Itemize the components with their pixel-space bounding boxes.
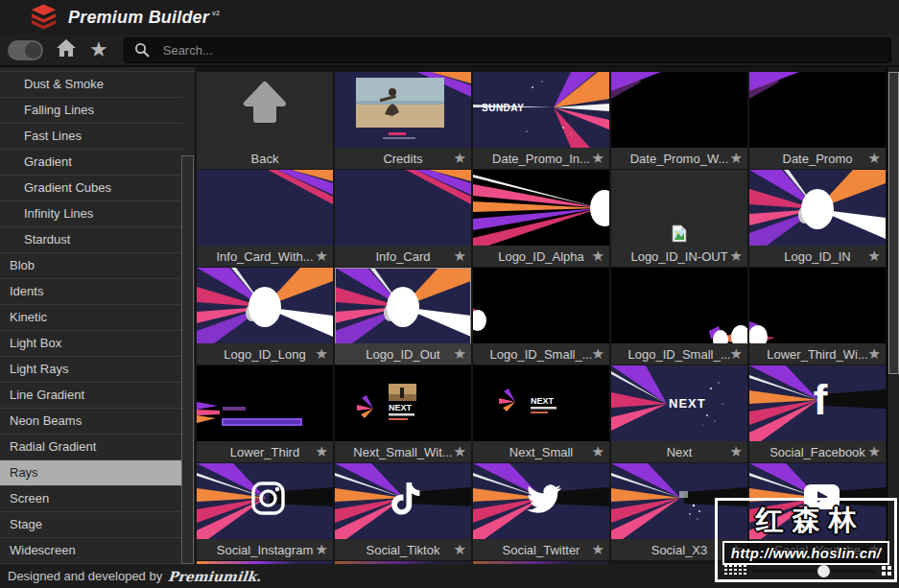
- sidebar-item-gradient[interactable]: Gradient: [0, 150, 182, 176]
- favorite-star-icon[interactable]: ★: [592, 148, 604, 169]
- template-thumbnail: NEXT: [611, 365, 747, 441]
- favorite-star-icon[interactable]: ★: [868, 441, 881, 462]
- toolbar: ★: [0, 35, 899, 67]
- favorite-star-icon[interactable]: ★: [730, 148, 743, 169]
- tile-label-bar: Info_Card: [335, 246, 471, 267]
- template-tile-date-promo-w[interactable]: Date_Promo_W...★: [611, 72, 747, 169]
- template-tile-logo-id-in[interactable]: Logo_ID_IN★: [749, 170, 886, 267]
- template-tile-logo-id-out[interactable]: Logo_ID_Out★: [335, 268, 471, 365]
- sidebar-item-rays[interactable]: Rays: [0, 460, 182, 486]
- magnifier-icon: [134, 42, 150, 58]
- template-tile-logo-id-alpha[interactable]: Logo_ID_Alpha★: [473, 170, 609, 267]
- toggle-knob: [25, 42, 41, 59]
- template-tile-logo-id-small[interactable]: Logo_ID_Small_...★: [473, 268, 609, 365]
- tile-label-bar: Social_Instagram: [197, 539, 333, 560]
- favorite-star-icon[interactable]: ★: [730, 343, 743, 365]
- template-tile-social-facebook[interactable]: fSocial_Facebook★: [749, 365, 886, 462]
- template-tile-logo-id-in-out[interactable]: Logo_ID_IN-OUT★: [611, 170, 747, 267]
- sidebar-item-dust-smoke[interactable]: Dust & Smoke: [0, 72, 182, 98]
- template-tile-date-promo-in[interactable]: SUNDAY Date_Promo_In...★: [473, 72, 609, 169]
- tile-label-bar: Info_Card_With...: [197, 246, 333, 267]
- search-input[interactable]: [161, 42, 890, 59]
- template-tile-social-instagram[interactable]: Social_Instagram★: [197, 463, 333, 560]
- tile-label: Social_Facebook: [769, 445, 865, 459]
- template-tile-next-small-wit[interactable]: NEXT Next_Small_Wit...★: [335, 365, 471, 462]
- favorite-star-icon[interactable]: ★: [316, 343, 328, 365]
- sidebar-item-blob[interactable]: Blob: [0, 253, 182, 279]
- sidebar-item-gradient-cubes[interactable]: Gradient Cubes: [0, 176, 182, 201]
- watermark-url-box: http://www.hoslin.cn/: [722, 541, 889, 565]
- template-thumbnail: [197, 170, 333, 246]
- main-scrollbar-thumb[interactable]: [888, 72, 899, 374]
- favorite-star-icon[interactable]: ★: [592, 246, 604, 267]
- template-tile-credits[interactable]: Credits★: [335, 72, 471, 169]
- template-tile-date-promo[interactable]: Date_Promo★: [749, 72, 886, 169]
- premium-builder-logo-icon: [30, 4, 58, 31]
- tile-label-bar: Next_Small: [473, 441, 609, 462]
- favorite-star-icon[interactable]: ★: [316, 539, 328, 560]
- sidebar-item-radial-gradient[interactable]: Radial Gradient: [0, 435, 182, 460]
- sidebar-item-widescreen[interactable]: Widescreen: [0, 538, 182, 564]
- template-thumbnail: [197, 463, 333, 539]
- favorite-star-icon[interactable]: ★: [592, 441, 604, 462]
- tile-label: Social_X3: [651, 543, 708, 557]
- template-tile-info-card[interactable]: Info_Card★: [335, 170, 471, 267]
- template-thumbnail: [473, 268, 609, 343]
- sidebar-item-falling-lines[interactable]: Falling Lines: [0, 98, 182, 124]
- sidebar-item-idents[interactable]: Idents: [0, 279, 182, 305]
- tile-label: Back: [251, 152, 279, 166]
- tile-label-bar: Logo_ID_Out: [335, 343, 471, 365]
- template-thumbnail: [611, 170, 747, 246]
- template-tile-lower-third[interactable]: Lower_Third★: [197, 365, 333, 462]
- sidebar-item-neon-beams[interactable]: Neon Beams: [0, 409, 182, 435]
- favorites-toggle-switch[interactable]: [8, 40, 43, 60]
- favorite-star-icon[interactable]: ★: [868, 246, 881, 267]
- template-tile-info-card-with[interactable]: Info_Card_With...★: [197, 170, 333, 267]
- favorite-star-icon[interactable]: ★: [454, 246, 466, 267]
- tile-label: Logo_ID_Alpha: [498, 249, 584, 264]
- tile-label: Date_Promo: [783, 152, 853, 166]
- search-box[interactable]: [124, 37, 891, 63]
- template-tile-next[interactable]: NEXT Next★: [611, 365, 747, 462]
- favorite-star-icon[interactable]: ★: [316, 441, 328, 462]
- template-tile-social-twitter[interactable]: Social_Twitter★: [473, 463, 609, 560]
- favorite-star-icon[interactable]: ★: [730, 246, 743, 267]
- favorite-star-icon[interactable]: ★: [454, 148, 466, 169]
- sidebar-item-fast-lines[interactable]: Fast Lines: [0, 124, 182, 150]
- favorite-star-icon[interactable]: ★: [868, 148, 881, 169]
- sidebar-item-stardust[interactable]: Stardust: [0, 227, 182, 253]
- favorite-star-icon[interactable]: ★: [868, 343, 881, 365]
- favorites-button[interactable]: ★: [89, 40, 108, 59]
- template-tile-lower-third-wi[interactable]: Lower_Third_Wi...★: [749, 268, 886, 365]
- tile-label: Credits: [383, 152, 422, 166]
- favorite-star-icon[interactable]: ★: [454, 441, 466, 462]
- home-button[interactable]: [57, 39, 76, 60]
- sidebar-item-light-rays[interactable]: Light Rays: [0, 357, 182, 383]
- sidebar-item-infinity-lines[interactable]: Infinity Lines: [0, 201, 182, 227]
- tile-label: Info_Card: [375, 249, 430, 264]
- favorite-star-icon[interactable]: ★: [730, 441, 743, 462]
- template-tile-next-small[interactable]: NEXT Next_Small★: [473, 365, 609, 462]
- favorite-star-icon[interactable]: ★: [454, 343, 466, 365]
- tile-label-bar: Social_Twitter: [473, 539, 609, 560]
- sidebar-scrollbar[interactable]: [181, 155, 194, 564]
- favorite-star-icon[interactable]: ★: [454, 539, 466, 560]
- template-thumbnail: [197, 365, 333, 441]
- sidebar-item-screen[interactable]: Screen: [0, 486, 182, 512]
- template-tile-logo-id-long[interactable]: Logo_ID_Long★: [197, 268, 333, 365]
- tile-label-bar: Logo_ID_IN: [749, 246, 886, 267]
- template-tile-social-tiktok[interactable]: Social_Tiktok★: [335, 463, 471, 560]
- sidebar-item-light-box[interactable]: Light Box: [0, 331, 182, 357]
- tile-label-bar: Social_Tiktok: [335, 539, 471, 560]
- template-tile-logo-id-small[interactable]: Logo_ID_Small_...★: [611, 268, 747, 365]
- sidebar-item-kinetic[interactable]: Kinetic: [0, 305, 182, 331]
- sidebar-item-line-gradient[interactable]: Line Gradient: [0, 383, 182, 409]
- svg-text:NEXT: NEXT: [669, 396, 706, 411]
- favorite-star-icon[interactable]: ★: [316, 246, 328, 267]
- favorite-star-icon[interactable]: ★: [592, 343, 604, 365]
- sidebar-item-stage[interactable]: Stage: [0, 512, 182, 538]
- template-thumbnail: NEXT: [335, 365, 471, 441]
- tile-label: Social_Twitter: [503, 543, 580, 557]
- favorite-star-icon[interactable]: ★: [592, 539, 604, 560]
- template-tile-back[interactable]: Back: [197, 72, 333, 169]
